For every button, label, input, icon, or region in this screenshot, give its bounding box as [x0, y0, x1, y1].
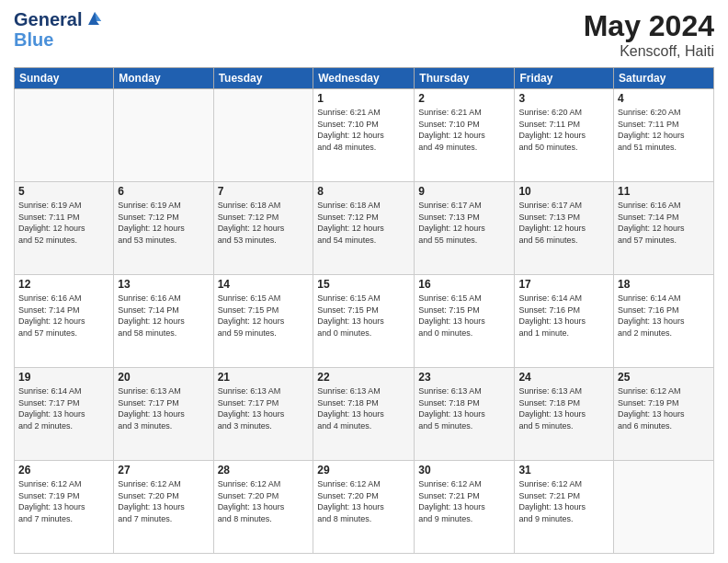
- day-cell: 17Sunrise: 6:14 AM Sunset: 7:16 PM Dayli…: [515, 275, 614, 368]
- calendar: Sunday Monday Tuesday Wednesday Thursday…: [14, 67, 714, 554]
- day-number: 3: [518, 92, 609, 105]
- logo: General Blue: [14, 9, 105, 50]
- day-info: Sunrise: 6:14 AM Sunset: 7:16 PM Dayligh…: [518, 293, 609, 339]
- day-number: 11: [618, 185, 710, 198]
- day-number: 4: [618, 92, 710, 105]
- day-info: Sunrise: 6:18 AM Sunset: 7:12 PM Dayligh…: [218, 200, 310, 246]
- svg-marker-0: [88, 12, 101, 25]
- col-wednesday: Wednesday: [313, 68, 415, 89]
- day-number: 20: [118, 371, 209, 384]
- day-number: 12: [18, 278, 109, 291]
- day-cell: 14Sunrise: 6:15 AM Sunset: 7:15 PM Dayli…: [213, 275, 313, 368]
- day-info: Sunrise: 6:20 AM Sunset: 7:11 PM Dayligh…: [518, 107, 609, 153]
- day-cell: 8Sunrise: 6:18 AM Sunset: 7:12 PM Daylig…: [313, 182, 415, 275]
- day-info: Sunrise: 6:12 AM Sunset: 7:20 PM Dayligh…: [118, 478, 209, 524]
- day-number: 27: [118, 464, 209, 477]
- day-info: Sunrise: 6:13 AM Sunset: 7:18 PM Dayligh…: [518, 385, 609, 431]
- day-info: Sunrise: 6:12 AM Sunset: 7:20 PM Dayligh…: [218, 478, 310, 524]
- day-cell: 19Sunrise: 6:14 AM Sunset: 7:17 PM Dayli…: [15, 368, 114, 461]
- day-number: 7: [218, 185, 310, 198]
- day-number: 17: [518, 278, 609, 291]
- day-cell: [114, 89, 213, 182]
- day-cell: 24Sunrise: 6:13 AM Sunset: 7:18 PM Dayli…: [515, 368, 614, 461]
- day-info: Sunrise: 6:19 AM Sunset: 7:11 PM Dayligh…: [18, 200, 109, 246]
- col-saturday: Saturday: [614, 68, 714, 89]
- day-cell: [213, 89, 313, 182]
- week-row-5: 26Sunrise: 6:12 AM Sunset: 7:19 PM Dayli…: [15, 461, 714, 554]
- day-info: Sunrise: 6:13 AM Sunset: 7:18 PM Dayligh…: [418, 385, 510, 431]
- day-cell: [15, 89, 114, 182]
- day-info: Sunrise: 6:12 AM Sunset: 7:20 PM Dayligh…: [317, 478, 410, 524]
- day-cell: 20Sunrise: 6:13 AM Sunset: 7:17 PM Dayli…: [114, 368, 213, 461]
- day-number: 23: [418, 371, 510, 384]
- header-row: Sunday Monday Tuesday Wednesday Thursday…: [15, 68, 714, 89]
- col-sunday: Sunday: [15, 68, 114, 89]
- day-number: 1: [317, 92, 410, 105]
- day-cell: 1Sunrise: 6:21 AM Sunset: 7:10 PM Daylig…: [313, 89, 415, 182]
- logo-general: General: [14, 9, 82, 29]
- day-info: Sunrise: 6:12 AM Sunset: 7:19 PM Dayligh…: [18, 478, 109, 524]
- day-number: 25: [618, 371, 710, 384]
- day-info: Sunrise: 6:16 AM Sunset: 7:14 PM Dayligh…: [18, 293, 109, 339]
- page: General Blue May 2024 Kenscoff, Haiti Su…: [0, 0, 728, 563]
- day-number: 19: [18, 371, 109, 384]
- day-cell: 29Sunrise: 6:12 AM Sunset: 7:20 PM Dayli…: [313, 461, 415, 554]
- week-row-1: 1Sunrise: 6:21 AM Sunset: 7:10 PM Daylig…: [15, 89, 714, 182]
- day-info: Sunrise: 6:20 AM Sunset: 7:11 PM Dayligh…: [618, 107, 710, 153]
- day-info: Sunrise: 6:13 AM Sunset: 7:17 PM Dayligh…: [218, 385, 310, 431]
- day-number: 26: [18, 464, 109, 477]
- day-number: 21: [218, 371, 310, 384]
- day-number: 10: [518, 185, 609, 198]
- header: General Blue May 2024 Kenscoff, Haiti: [14, 9, 714, 60]
- day-cell: 2Sunrise: 6:21 AM Sunset: 7:10 PM Daylig…: [415, 89, 515, 182]
- day-cell: 3Sunrise: 6:20 AM Sunset: 7:11 PM Daylig…: [515, 89, 614, 182]
- day-info: Sunrise: 6:13 AM Sunset: 7:17 PM Dayligh…: [118, 385, 209, 431]
- day-cell: 9Sunrise: 6:17 AM Sunset: 7:13 PM Daylig…: [415, 182, 515, 275]
- day-cell: 12Sunrise: 6:16 AM Sunset: 7:14 PM Dayli…: [15, 275, 114, 368]
- day-cell: 26Sunrise: 6:12 AM Sunset: 7:19 PM Dayli…: [15, 461, 114, 554]
- day-number: 22: [317, 371, 410, 384]
- day-cell: 15Sunrise: 6:15 AM Sunset: 7:15 PM Dayli…: [313, 275, 415, 368]
- day-number: 8: [317, 185, 410, 198]
- day-info: Sunrise: 6:19 AM Sunset: 7:12 PM Dayligh…: [118, 200, 209, 246]
- week-row-2: 5Sunrise: 6:19 AM Sunset: 7:11 PM Daylig…: [15, 182, 714, 275]
- day-cell: 7Sunrise: 6:18 AM Sunset: 7:12 PM Daylig…: [213, 182, 313, 275]
- col-monday: Monday: [114, 68, 213, 89]
- day-number: 2: [418, 92, 510, 105]
- day-info: Sunrise: 6:15 AM Sunset: 7:15 PM Dayligh…: [317, 293, 410, 339]
- col-thursday: Thursday: [415, 68, 515, 89]
- day-info: Sunrise: 6:15 AM Sunset: 7:15 PM Dayligh…: [218, 293, 310, 339]
- day-cell: 4Sunrise: 6:20 AM Sunset: 7:11 PM Daylig…: [614, 89, 714, 182]
- day-number: 9: [418, 185, 510, 198]
- day-number: 16: [418, 278, 510, 291]
- day-cell: 25Sunrise: 6:12 AM Sunset: 7:19 PM Dayli…: [614, 368, 714, 461]
- day-number: 30: [418, 464, 510, 477]
- day-info: Sunrise: 6:12 AM Sunset: 7:21 PM Dayligh…: [418, 478, 510, 524]
- logo-blue: Blue: [14, 29, 105, 50]
- day-cell: 11Sunrise: 6:16 AM Sunset: 7:14 PM Dayli…: [614, 182, 714, 275]
- day-cell: 30Sunrise: 6:12 AM Sunset: 7:21 PM Dayli…: [415, 461, 515, 554]
- day-cell: 23Sunrise: 6:13 AM Sunset: 7:18 PM Dayli…: [415, 368, 515, 461]
- week-row-3: 12Sunrise: 6:16 AM Sunset: 7:14 PM Dayli…: [15, 275, 714, 368]
- day-info: Sunrise: 6:21 AM Sunset: 7:10 PM Dayligh…: [418, 107, 510, 153]
- day-number: 14: [218, 278, 310, 291]
- day-cell: 31Sunrise: 6:12 AM Sunset: 7:21 PM Dayli…: [515, 461, 614, 554]
- week-row-4: 19Sunrise: 6:14 AM Sunset: 7:17 PM Dayli…: [15, 368, 714, 461]
- day-number: 24: [518, 371, 609, 384]
- day-cell: 18Sunrise: 6:14 AM Sunset: 7:16 PM Dayli…: [614, 275, 714, 368]
- day-cell: 10Sunrise: 6:17 AM Sunset: 7:13 PM Dayli…: [515, 182, 614, 275]
- day-info: Sunrise: 6:12 AM Sunset: 7:21 PM Dayligh…: [518, 478, 609, 524]
- day-cell: 6Sunrise: 6:19 AM Sunset: 7:12 PM Daylig…: [114, 182, 213, 275]
- day-number: 15: [317, 278, 410, 291]
- col-friday: Friday: [515, 68, 614, 89]
- day-cell: 5Sunrise: 6:19 AM Sunset: 7:11 PM Daylig…: [15, 182, 114, 275]
- day-info: Sunrise: 6:14 AM Sunset: 7:17 PM Dayligh…: [18, 385, 109, 431]
- day-info: Sunrise: 6:18 AM Sunset: 7:12 PM Dayligh…: [317, 200, 410, 246]
- day-info: Sunrise: 6:16 AM Sunset: 7:14 PM Dayligh…: [118, 293, 209, 339]
- day-cell: 22Sunrise: 6:13 AM Sunset: 7:18 PM Dayli…: [313, 368, 415, 461]
- day-cell: 21Sunrise: 6:13 AM Sunset: 7:17 PM Dayli…: [213, 368, 313, 461]
- logo-icon: [85, 8, 105, 29]
- day-info: Sunrise: 6:17 AM Sunset: 7:13 PM Dayligh…: [418, 200, 510, 246]
- day-cell: 27Sunrise: 6:12 AM Sunset: 7:20 PM Dayli…: [114, 461, 213, 554]
- main-title: May 2024: [584, 9, 714, 43]
